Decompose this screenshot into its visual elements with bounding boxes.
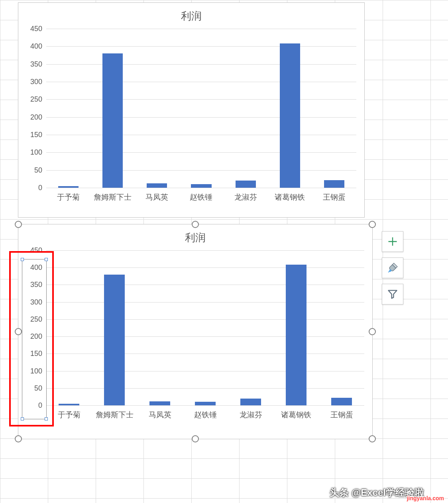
y-axis-tick-label: 50 (34, 166, 42, 174)
axis-handle[interactable] (45, 258, 48, 261)
x-axis-tick-label: 于予菊 (46, 192, 90, 202)
x-axis-tick-label: 龙淑芬 (224, 192, 268, 202)
funnel-icon (387, 289, 398, 300)
y-axis-selection-highlight (9, 251, 54, 426)
bar-slot (224, 29, 268, 188)
gridline (46, 188, 356, 188)
x-axis-tick-label: 王钢蛋 (319, 410, 364, 420)
bar-slot (137, 250, 183, 405)
selection-handle[interactable] (192, 221, 199, 228)
bars-container (46, 29, 356, 188)
bar-slot (92, 250, 137, 405)
chart-styles-button[interactable] (382, 257, 403, 278)
bar[interactable] (147, 183, 167, 188)
watermark-site: jingyanla.com (407, 495, 444, 501)
bar-slot (46, 29, 90, 188)
y-axis-tick-label: 0 (38, 184, 42, 192)
plus-icon (387, 236, 398, 247)
bar[interactable] (331, 398, 352, 405)
chart-bottom-selected[interactable]: 利润 050100150200250300350400450 于予菊詹姆斯下士马… (18, 224, 373, 439)
plot-area: 050100150200250300350400450 (46, 250, 364, 406)
bar[interactable] (280, 43, 300, 188)
bar[interactable] (104, 275, 125, 405)
bar-slot (179, 29, 223, 188)
bar-slot (183, 250, 228, 405)
x-axis-tick-label: 马凤英 (137, 410, 183, 420)
chart-elements-button[interactable] (382, 231, 403, 252)
x-axis-tick-label: 龙淑芬 (228, 410, 273, 420)
bar-slot (319, 250, 364, 405)
bar-slot (135, 29, 179, 188)
chart-title: 利润 (18, 3, 364, 26)
bar[interactable] (324, 180, 344, 188)
chart-top[interactable]: 利润 050100150200250300350400450 于予菊詹姆斯下士马… (18, 2, 365, 218)
selection-handle[interactable] (369, 328, 376, 335)
x-axis-tick-label: 赵铁锤 (179, 192, 223, 202)
y-axis-tick-label: 250 (30, 95, 42, 104)
selection-handle[interactable] (369, 435, 376, 442)
bar-slot (228, 250, 273, 405)
y-axis-tick-label: 150 (30, 130, 42, 139)
selection-handle[interactable] (15, 435, 22, 442)
x-axis-tick-label: 马凤英 (135, 192, 179, 202)
selection-handle[interactable] (192, 435, 199, 442)
y-axis-tick-label: 200 (30, 113, 42, 121)
bar-slot (312, 29, 356, 188)
bar[interactable] (59, 404, 79, 405)
y-axis-tick-label: 350 (30, 60, 42, 68)
bar-slot (268, 29, 312, 188)
x-axis-tick-label: 詹姆斯下士 (90, 192, 135, 202)
bar[interactable] (58, 186, 79, 188)
x-axis-tick-label: 诸葛钢铁 (268, 192, 312, 202)
x-axis-tick-label: 诸葛钢铁 (273, 410, 319, 420)
x-axis-tick-label: 王钢蛋 (312, 192, 356, 202)
axis-handle[interactable] (21, 258, 24, 261)
chart-filter-button[interactable] (382, 284, 403, 305)
selection-handle[interactable] (15, 221, 22, 228)
axis-handle[interactable] (21, 417, 24, 420)
bar[interactable] (236, 181, 256, 188)
bars-container (46, 250, 364, 405)
bar[interactable] (286, 265, 307, 405)
bar[interactable] (102, 53, 123, 188)
gridline (46, 405, 364, 406)
y-axis-tick-label: 450 (30, 25, 42, 33)
bar[interactable] (191, 184, 211, 188)
bar-slot (90, 29, 135, 188)
y-axis-tick-label: 100 (30, 148, 42, 157)
bar[interactable] (149, 401, 170, 405)
plot-area: 050100150200250300350400450 (46, 29, 356, 188)
paintbrush-icon (387, 262, 399, 274)
bar-slot (273, 250, 319, 405)
y-axis-tick-label: 400 (30, 42, 42, 51)
chart-side-tools (382, 231, 403, 305)
bar[interactable] (240, 399, 261, 405)
axis-handle[interactable] (45, 417, 48, 420)
selection-handle[interactable] (369, 221, 376, 228)
x-axis-tick-label: 詹姆斯下士 (92, 410, 137, 420)
y-axis-tick-label: 300 (30, 77, 42, 86)
bar[interactable] (195, 402, 216, 405)
x-axis-tick-label: 赵铁锤 (183, 410, 228, 420)
